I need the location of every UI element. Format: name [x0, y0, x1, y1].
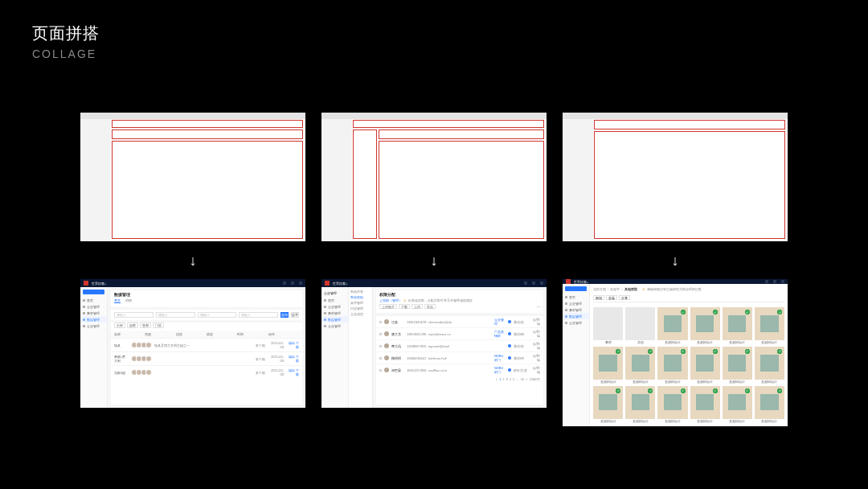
header-icon[interactable] — [524, 281, 527, 285]
table-row[interactable]: 曹大讯13436957826egcowel@mail测试/安设置/编 — [376, 339, 543, 351]
more-icon[interactable]: ⋯ — [537, 305, 540, 309]
file-item[interactable]: 圣诞树设计 — [690, 347, 720, 384]
sidebar-item[interactable]: 数据管理 — [563, 313, 589, 319]
file-item[interactable]: 圣诞树设计 — [657, 347, 687, 384]
page-btn[interactable]: > — [526, 377, 527, 381]
table-row[interactable]: 汪英13812345678chenwudao@do企业管理测试/总设置/编 — [376, 315, 543, 327]
page-btn[interactable]: ... — [516, 377, 518, 381]
action-btn[interactable]: 查看 — [606, 295, 617, 300]
th: 范围 — [145, 332, 175, 336]
file-item[interactable]: 圣诞树设计 — [755, 347, 784, 384]
sidebar-item[interactable]: 素材管理 — [80, 310, 107, 316]
header-icon[interactable] — [540, 281, 543, 285]
sidebar-item[interactable]: 企业管理 — [563, 319, 589, 326]
action-btn[interactable]: 新增 — [593, 295, 604, 300]
file-item[interactable]: 圣诞树设计 — [690, 386, 720, 423]
file-item[interactable]: 圣诞树设计 — [625, 347, 655, 384]
header-icon[interactable] — [765, 280, 768, 283]
page-btn[interactable]: 2 — [502, 377, 504, 381]
col-3: ↓ 世界探索+ 首页企业管理素材管理数据管理企业管理 我的文档› 圣诞 — [563, 113, 788, 408]
table-row[interactable]: 北欧5国多个图2021-02-03编辑 下载 — [111, 365, 302, 379]
subnav-item[interactable]: 企业信息 — [350, 312, 371, 316]
table-head: 名称范围描述类型时间操作 — [111, 331, 302, 338]
sidebar-item[interactable]: 数据管理 — [321, 316, 348, 323]
file-item[interactable]: 圣诞树设计 — [657, 386, 687, 423]
pagination: <12345...50>20条/页 — [376, 376, 543, 383]
page-btn[interactable]: 50 — [521, 377, 524, 381]
file-item[interactable]: 圣诞树设计 — [657, 307, 687, 344]
sidebar-item[interactable]: 企业管理 — [80, 303, 107, 310]
page-btn[interactable]: 3 — [506, 377, 508, 381]
toolbar-btn[interactable]: 发送 — [424, 304, 436, 309]
toolbar-btn[interactable]: 上传图片 — [379, 304, 397, 309]
tag[interactable]: 首都 — [140, 323, 151, 328]
sidebar-item[interactable]: 首页 — [563, 294, 589, 300]
panel-title: 数据管理 — [114, 293, 299, 297]
subnav-item[interactable]: 角色权限 — [350, 295, 371, 299]
crumb-item[interactable]: 我的文档 — [593, 287, 606, 291]
header-icon[interactable] — [773, 280, 776, 283]
sidebar-item[interactable]: 数据管理 — [80, 316, 107, 323]
tab[interactable]: 基本 — [114, 298, 121, 303]
table-row[interactable]: 希腊+意大利多个图2021-02-03编辑 下载 — [111, 351, 302, 365]
page-btn[interactable]: 20条/页 — [529, 377, 540, 381]
subnav-item[interactable]: 菜单管理 — [350, 301, 371, 305]
file-item[interactable]: 圣诞树设计 — [723, 386, 752, 423]
sidebar-item[interactable]: 企业管理 — [80, 323, 107, 329]
tip-text: 给角色授权，分配后即可登录并管理相应模块 — [408, 298, 473, 302]
header-icon[interactable] — [291, 281, 294, 285]
file-item[interactable]: 圣诞树设计 — [690, 307, 720, 344]
filter-input[interactable]: 请输入 — [239, 312, 278, 318]
file-item[interactable]: 圣诞树设计 — [625, 386, 655, 423]
file-item[interactable]: 素材 — [593, 307, 623, 344]
upload-button[interactable] — [565, 286, 587, 291]
tag[interactable]: 国家 — [127, 323, 138, 328]
toolbar-btn[interactable]: 下载 — [399, 304, 410, 309]
action-btn[interactable]: 分享 — [619, 295, 630, 300]
tag[interactable]: 门类 — [153, 323, 164, 328]
app-mock-2: 世界探索+ 企业管理 首页企业管理素材管理数据管理企业管理 角色列表角色权限菜单… — [321, 279, 547, 408]
table-row[interactable]: 埃及埃及是四大文明古国之一多个图2021-02-03编辑 下载 — [111, 338, 302, 351]
filter-input[interactable]: 请输入 — [114, 312, 154, 318]
sidebar-item[interactable]: 企业管理 — [321, 303, 348, 310]
header-icon[interactable] — [299, 281, 302, 285]
sidebar-item[interactable]: 素材管理 — [321, 310, 348, 316]
crumb-item[interactable]: 圣诞节 — [610, 287, 620, 291]
reset-button[interactable]: 重置 — [291, 312, 299, 318]
tab[interactable]: 明细 — [125, 298, 132, 303]
file-item[interactable]: 圣诞树设计 — [593, 347, 623, 384]
table-row[interactable]: 唐大龙13874561236nqnzt@esco.co产品营销部测试/研设置/编 — [376, 327, 543, 339]
file-item[interactable]: 圣诞树设计 — [593, 386, 623, 423]
filter-input[interactable]: 请输入 — [156, 312, 195, 318]
sidebar-item[interactable]: 企业管理 — [321, 323, 348, 329]
page-btn[interactable]: 4 — [510, 377, 511, 381]
header-icon[interactable] — [283, 281, 286, 285]
tag-row: 全部国家首都门类 — [114, 323, 302, 328]
subnav-item[interactable]: 角色列表 — [350, 290, 371, 294]
sidebar-item[interactable]: 素材管理 — [563, 306, 589, 313]
table-row[interactable]: 顾明明19684236541kuhlman.hollNDBU部门测试/招设置/编 — [376, 351, 543, 364]
upload-button[interactable] — [83, 290, 104, 294]
sidebar-item[interactable]: 企业管理 — [563, 300, 589, 306]
panel-header: 权限分配 上海财（管理） ⚠ 给角色授权，分配后即可登录并管理相应模块 上传图片… — [376, 290, 543, 313]
file-item[interactable]: 圣诞树设计 — [755, 386, 784, 423]
filter-input[interactable]: 请输入 — [198, 312, 237, 318]
file-item[interactable]: 圣诞树设计 — [723, 307, 752, 344]
header-icon[interactable] — [781, 280, 784, 283]
tag[interactable]: 全部 — [114, 323, 125, 328]
header-icon[interactable] — [532, 281, 535, 285]
page-btn[interactable]: < — [496, 377, 497, 381]
sidebar-item[interactable]: 首页 — [80, 297, 107, 303]
file-item[interactable]: 圣诞树设计 — [755, 307, 784, 344]
search-button[interactable]: 查询 — [280, 312, 289, 318]
page-btn[interactable]: 5 — [513, 377, 514, 381]
toolbar-btn[interactable]: 上传 — [411, 304, 423, 309]
th: 类型 — [207, 332, 237, 336]
table-row[interactable]: 谢哲晏18451257856nadfhau.ut.mNDBU部门财务/主营设置/… — [376, 364, 543, 376]
page-btn[interactable]: 1 — [499, 377, 501, 381]
wireframe-3 — [563, 113, 788, 241]
subnav-item[interactable]: 日志管理 — [350, 306, 371, 310]
file-item[interactable]: 圣诞树设计 — [723, 347, 752, 384]
sidebar-item[interactable]: 首页 — [321, 297, 348, 303]
file-item[interactable]: 其他 — [625, 307, 655, 344]
